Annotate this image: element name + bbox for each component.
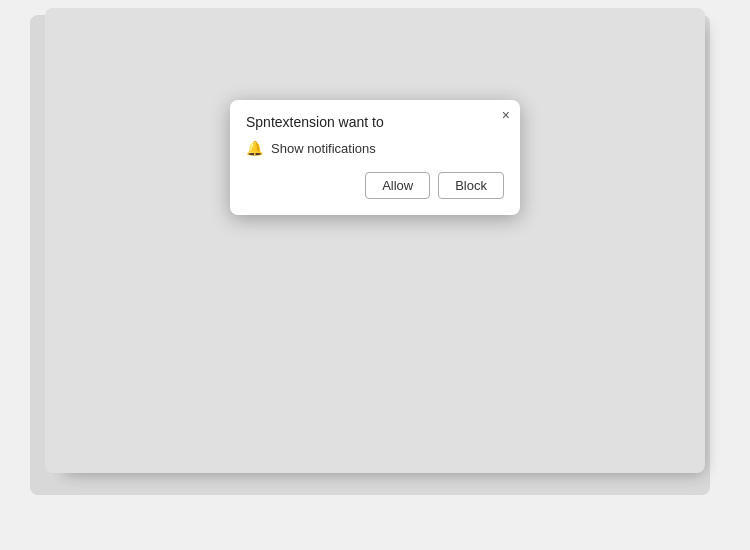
popup-title: Spntextension want to (246, 114, 504, 130)
bell-icon: 🔔 (246, 140, 263, 156)
popup-body: 🔔 Show notifications (246, 140, 504, 156)
popup-body-text: Show notifications (271, 141, 376, 156)
notification-popup: × Spntextension want to 🔔 Show notificat… (230, 100, 520, 215)
block-button[interactable]: Block (438, 172, 504, 199)
popup-actions: Allow Block (246, 172, 504, 199)
popup-close-button[interactable]: × (502, 108, 510, 122)
allow-button[interactable]: Allow (365, 172, 430, 199)
shadow-rect-2 (45, 8, 705, 473)
